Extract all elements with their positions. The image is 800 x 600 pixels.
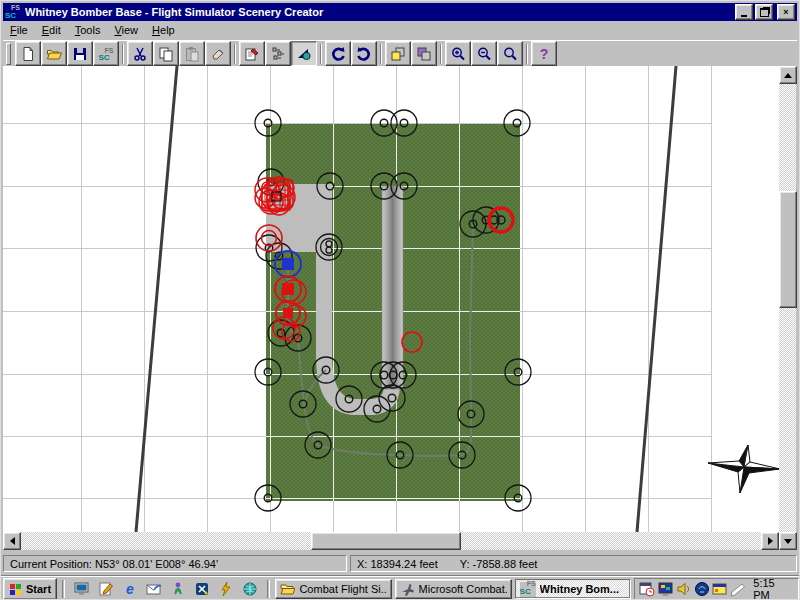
compass-rose xyxy=(708,445,779,493)
insert-object-button[interactable] xyxy=(291,41,317,66)
save-button[interactable] xyxy=(67,41,93,66)
scenery-canvas[interactable] xyxy=(3,66,779,532)
status-y: Y: -7858.88 feet xyxy=(460,558,538,570)
eraser-button[interactable] xyxy=(205,41,231,66)
outlook-express-icon[interactable] xyxy=(144,579,164,599)
help-button[interactable]: ? xyxy=(531,41,557,66)
scroll-up-button[interactable] xyxy=(779,66,797,84)
netmeeting-icon[interactable] xyxy=(192,579,212,599)
svg-text:SC: SC xyxy=(98,53,109,62)
toolbar-separator xyxy=(526,44,528,64)
taskbar: Start e xyxy=(1,576,800,600)
rotate-cw-button[interactable] xyxy=(351,41,377,66)
vertical-scrollbar[interactable] xyxy=(779,66,796,550)
toolbar-grip[interactable] xyxy=(6,43,11,65)
vertical-scroll-thumb[interactable] xyxy=(779,191,797,308)
status-x: X: 18394.24 feet xyxy=(357,558,438,570)
display-icon[interactable] xyxy=(658,581,673,597)
compose-icon[interactable] xyxy=(96,579,116,599)
task-microsoft-combat[interactable]: Microsoft Combat... xyxy=(395,579,512,599)
status-bar: Current Position: N53° 08.01' E008° 46.9… xyxy=(3,553,797,574)
folder-icon xyxy=(280,582,295,596)
system-tray: 5:15 PM xyxy=(634,578,799,600)
boundary-line[interactable] xyxy=(136,66,177,532)
task-combat-flight[interactable]: Combat Flight Si... xyxy=(275,579,392,599)
svg-text:e: e xyxy=(126,581,134,597)
fs-sc-button[interactable]: FSSC xyxy=(93,41,119,66)
menu-help[interactable]: Help xyxy=(145,22,182,38)
scroll-down-button[interactable] xyxy=(779,532,797,550)
scheduler-icon[interactable] xyxy=(639,581,654,597)
zoom-window-button[interactable] xyxy=(497,41,523,66)
snap-points-button[interactable] xyxy=(265,41,291,66)
runway[interactable] xyxy=(382,186,403,389)
show-desktop-icon[interactable] xyxy=(72,579,92,599)
send-to-back-button[interactable] xyxy=(411,41,437,66)
app-icon: FS SC xyxy=(5,5,21,20)
scenery-node-double[interactable] xyxy=(316,234,342,260)
rotate-ccw-button[interactable] xyxy=(325,41,351,66)
fs-sc-icon: FS SC xyxy=(520,582,536,597)
resource-meter-icon[interactable] xyxy=(712,581,727,597)
status-position: Current Position: N53° 08.01' E008° 46.9… xyxy=(3,555,347,572)
airplane-icon xyxy=(400,582,415,596)
quick-launch-bar: e xyxy=(70,579,262,599)
volume-icon[interactable] xyxy=(676,581,691,597)
internet-explorer-icon[interactable]: e xyxy=(120,579,140,599)
menu-bar: File Edit Tools View Help xyxy=(3,21,797,39)
toolbar-separator xyxy=(234,44,236,64)
agent-icon[interactable] xyxy=(694,581,709,597)
notes-icon[interactable] xyxy=(730,581,745,597)
title-bar: FS SC Whitney Bomber Base - Flight Simul… xyxy=(3,3,797,21)
boundary-line[interactable] xyxy=(637,66,676,532)
scenery-map[interactable] xyxy=(3,66,779,532)
restore-button[interactable] xyxy=(755,4,773,20)
new-button[interactable] xyxy=(15,41,41,66)
close-button[interactable]: × xyxy=(777,4,795,20)
paste-button[interactable] xyxy=(179,41,205,66)
msn-icon[interactable] xyxy=(168,579,188,599)
minimize-button[interactable] xyxy=(735,4,753,20)
taskbar-separator xyxy=(62,580,65,598)
cut-button[interactable] xyxy=(127,41,153,66)
globe-dial-icon[interactable] xyxy=(240,579,260,599)
toolbar-separator xyxy=(380,44,382,64)
clock: 5:15 PM xyxy=(753,577,792,600)
taskbar-separator xyxy=(267,580,270,598)
menu-view[interactable]: View xyxy=(107,22,145,38)
media-bolt-icon[interactable] xyxy=(216,579,236,599)
task-whitney-bomber[interactable]: FS SC Whitney Bom... xyxy=(515,579,632,599)
open-button[interactable] xyxy=(41,41,67,66)
scroll-left-button[interactable] xyxy=(3,532,21,550)
svg-text:?: ? xyxy=(540,46,549,62)
windows-logo-icon xyxy=(9,582,23,596)
bring-to-front-button[interactable] xyxy=(385,41,411,66)
horizontal-scroll-thumb[interactable] xyxy=(311,532,461,550)
menu-tools[interactable]: Tools xyxy=(68,22,108,38)
horizontal-scrollbar[interactable] xyxy=(3,532,779,550)
toolbar-separator xyxy=(122,44,124,64)
toolbar-separator xyxy=(320,44,322,64)
properties-button[interactable] xyxy=(239,41,265,66)
red-marker-cluster[interactable] xyxy=(255,177,295,215)
toolbar: FSSC xyxy=(3,40,797,66)
start-button[interactable]: Start xyxy=(3,578,57,600)
scroll-right-button[interactable] xyxy=(761,532,779,550)
zoom-in-button[interactable] xyxy=(445,41,471,66)
start-label: Start xyxy=(26,583,51,595)
menu-file[interactable]: File xyxy=(3,22,35,38)
application-window: FS SC Whitney Bomber Base - Flight Simul… xyxy=(0,0,800,600)
menu-edit[interactable]: Edit xyxy=(35,22,68,38)
window-title: Whitney Bomber Base - Flight Simulator S… xyxy=(25,6,733,18)
status-coordinates: X: 18394.24 feet Y: -7858.88 feet xyxy=(350,555,797,572)
copy-button[interactable] xyxy=(153,41,179,66)
zoom-out-button[interactable] xyxy=(471,41,497,66)
toolbar-separator xyxy=(440,44,442,64)
